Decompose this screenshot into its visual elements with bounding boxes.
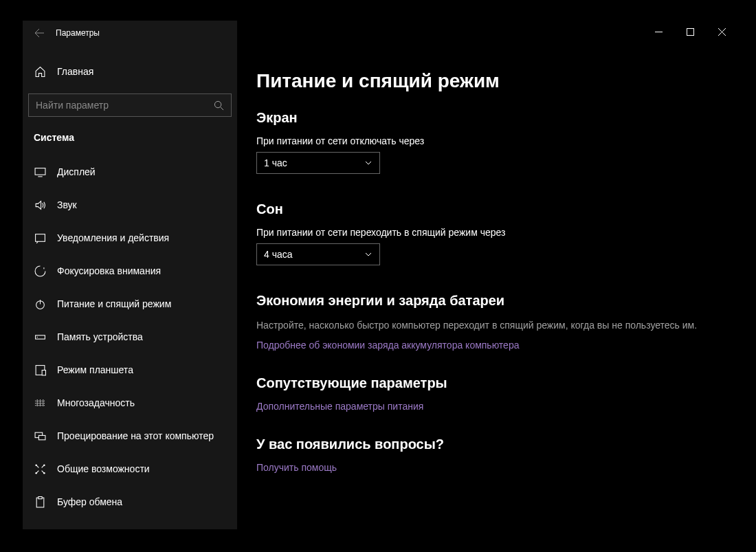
search-box[interactable] (28, 93, 232, 117)
get-help-link[interactable]: Получить помощь (256, 462, 718, 473)
sleep-value: 4 часа (264, 249, 293, 260)
sleep-select[interactable]: 4 часа (256, 243, 380, 265)
svg-rect-3 (35, 234, 45, 241)
minimize-button[interactable] (643, 21, 674, 43)
app-title: Параметры (56, 28, 100, 38)
svg-point-13 (35, 472, 37, 474)
multitask-icon (34, 397, 46, 409)
sidebar-item-label: Фокусировка внимания (57, 265, 161, 276)
svg-rect-16 (38, 496, 41, 498)
sidebar-item-clipboard[interactable]: Буфер обмена (28, 485, 232, 518)
sidebar-item-tablet[interactable]: Режим планшета (28, 353, 232, 386)
tablet-icon (34, 364, 46, 376)
search-icon (214, 100, 224, 111)
minimize-icon (655, 28, 663, 36)
battery-text: Настройте, насколько быстро компьютер пе… (256, 318, 710, 333)
related-link[interactable]: Дополнительные параметры питания (256, 401, 718, 412)
chevron-down-icon (364, 250, 373, 258)
close-icon (718, 28, 726, 36)
clipboard-icon (34, 496, 46, 508)
section-screen-heading: Экран (256, 110, 718, 126)
sidebar-item-power[interactable]: Питание и спящий режим (28, 287, 232, 320)
shared-icon (34, 463, 46, 475)
screen-off-value: 1 час (264, 157, 287, 168)
window-body: Главная Система Дисплей (23, 45, 737, 529)
sidebar-item-label: Питание и спящий режим (57, 298, 171, 309)
sidebar-item-multitask[interactable]: Многозадачность (28, 386, 232, 419)
sleep-label: При питании от сети переходить в спящий … (256, 227, 718, 238)
window-controls (643, 21, 737, 43)
battery-learn-link[interactable]: Подробнее об экономии заряда аккумулятор… (256, 340, 718, 351)
sidebar-home[interactable]: Главная (28, 58, 232, 85)
sidebar-item-label: Память устройства (57, 331, 143, 342)
display-icon (34, 166, 46, 178)
svg-point-14 (43, 472, 45, 474)
titlebar-left: Параметры (23, 21, 237, 45)
chevron-down-icon (364, 159, 373, 167)
sidebar-item-display[interactable]: Дисплей (28, 155, 232, 188)
sidebar-item-label: Дисплей (57, 166, 96, 177)
screen-off-label: При питании от сети отключать через (256, 135, 718, 146)
focus-icon (34, 265, 46, 277)
storage-icon (34, 331, 46, 343)
section-help-heading: У вас появились вопросы? (256, 437, 718, 452)
notifications-icon (34, 232, 46, 244)
sidebar-item-label: Многозадачность (57, 397, 135, 408)
sidebar-item-label: Общие возможности (57, 463, 150, 474)
svg-point-1 (214, 101, 221, 107)
sidebar-item-label: Звук (57, 199, 77, 210)
section-sleep-heading: Сон (256, 201, 718, 217)
sidebar-item-label: Режим планшета (57, 364, 133, 375)
sound-icon (34, 199, 46, 211)
sidebar: Главная Система Дисплей (23, 45, 237, 529)
content-area: Питание и спящий режим Экран При питании… (237, 45, 737, 529)
sidebar-category-label: Система (28, 129, 232, 155)
sidebar-nav-list: Дисплей Звук Уведомления и действия (28, 155, 232, 518)
power-icon (34, 298, 46, 310)
screen-off-select[interactable]: 1 час (256, 152, 380, 174)
sidebar-item-label: Проецирование на этот компьютер (57, 430, 214, 441)
sidebar-item-project[interactable]: Проецирование на этот компьютер (28, 419, 232, 452)
home-icon (34, 66, 46, 78)
page-title: Питание и спящий режим (256, 70, 718, 92)
sidebar-item-label: Буфер обмена (57, 496, 122, 507)
back-button[interactable] (27, 21, 52, 45)
sidebar-item-focus[interactable]: Фокусировка внимания (28, 254, 232, 287)
svg-rect-2 (35, 168, 45, 175)
sidebar-item-label: Уведомления и действия (57, 232, 169, 243)
maximize-icon (687, 28, 694, 36)
search-input[interactable] (36, 100, 194, 111)
svg-rect-0 (687, 28, 693, 35)
svg-point-11 (35, 464, 37, 466)
project-icon (34, 430, 46, 442)
settings-window: Параметры Главная (23, 21, 737, 529)
titlebar: Параметры (23, 21, 737, 45)
sidebar-item-notifications[interactable]: Уведомления и действия (28, 221, 232, 254)
sidebar-item-shared[interactable]: Общие возможности (28, 452, 232, 485)
close-button[interactable] (706, 21, 737, 43)
section-related-heading: Сопутствующие параметры (256, 375, 718, 391)
sidebar-home-label: Главная (57, 66, 93, 77)
svg-rect-10 (38, 435, 45, 439)
maximize-button[interactable] (674, 21, 706, 43)
sidebar-item-sound[interactable]: Звук (28, 188, 232, 221)
sidebar-item-storage[interactable]: Память устройства (28, 320, 232, 353)
section-battery-heading: Экономия энергии и заряда батареи (256, 293, 718, 309)
svg-rect-8 (42, 370, 45, 375)
svg-point-12 (43, 464, 45, 466)
back-arrow-icon (34, 27, 45, 38)
svg-point-6 (36, 336, 37, 337)
